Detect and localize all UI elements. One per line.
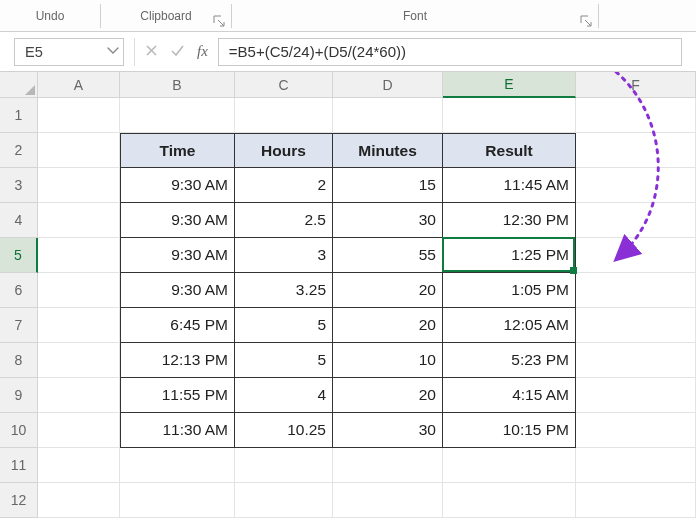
row-header-6[interactable]: 6	[0, 273, 38, 308]
table-cell[interactable]: 12:13 PM	[120, 343, 235, 378]
row-header-7[interactable]: 7	[0, 308, 38, 343]
cell[interactable]	[120, 448, 235, 483]
table-cell[interactable]: 3.25	[235, 273, 333, 308]
cell[interactable]	[38, 238, 120, 273]
table-cell[interactable]: 9:30 AM	[120, 203, 235, 238]
row-header-2[interactable]: 2	[0, 133, 38, 168]
table-cell[interactable]: 55	[333, 238, 443, 273]
cell[interactable]	[333, 483, 443, 518]
table-cell[interactable]: 5:23 PM	[443, 343, 576, 378]
formula-input[interactable]: =B5+(C5/24)+(D5/(24*60))	[218, 38, 682, 66]
column-header-A[interactable]: A	[38, 72, 120, 98]
column-header-B[interactable]: B	[120, 72, 235, 98]
row-header-8[interactable]: 8	[0, 343, 38, 378]
cell[interactable]	[443, 98, 576, 133]
row-header-1[interactable]: 1	[0, 98, 38, 133]
cell[interactable]	[38, 448, 120, 483]
table-cell[interactable]: 1:25 PM	[443, 238, 576, 273]
table-cell[interactable]: 10.25	[235, 413, 333, 448]
cell[interactable]	[38, 203, 120, 238]
table-cell[interactable]: 10:15 PM	[443, 413, 576, 448]
table-cell[interactable]: 20	[333, 308, 443, 343]
table-cell[interactable]: 4	[235, 378, 333, 413]
row-header-5[interactable]: 5	[0, 238, 38, 273]
row-header-4[interactable]: 4	[0, 203, 38, 238]
table-cell[interactable]: 20	[333, 378, 443, 413]
table-cell[interactable]: 12:05 AM	[443, 308, 576, 343]
cell[interactable]	[576, 98, 696, 133]
cell[interactable]	[576, 203, 696, 238]
cancel-icon[interactable]	[145, 44, 158, 60]
cell[interactable]	[235, 448, 333, 483]
row-header-11[interactable]: 11	[0, 448, 38, 483]
dialog-launcher-icon[interactable]	[580, 15, 592, 27]
table-cell[interactable]: 30	[333, 413, 443, 448]
cell[interactable]	[576, 483, 696, 518]
table-cell[interactable]: 4:15 AM	[443, 378, 576, 413]
cell[interactable]	[333, 448, 443, 483]
cell[interactable]	[38, 308, 120, 343]
cell[interactable]	[120, 98, 235, 133]
table-cell[interactable]: 10	[333, 343, 443, 378]
table-header-time[interactable]: Time	[120, 133, 235, 168]
cell[interactable]	[38, 378, 120, 413]
select-all-button[interactable]	[0, 72, 38, 98]
cell[interactable]	[576, 343, 696, 378]
cell[interactable]	[38, 168, 120, 203]
fx-icon[interactable]: fx	[197, 43, 208, 60]
cell[interactable]	[576, 238, 696, 273]
column-header-C[interactable]: C	[235, 72, 333, 98]
cell[interactable]	[38, 133, 120, 168]
cell[interactable]	[576, 448, 696, 483]
table-cell[interactable]: 9:30 AM	[120, 238, 235, 273]
table-header-result[interactable]: Result	[443, 133, 576, 168]
table-header-hours[interactable]: Hours	[235, 133, 333, 168]
table-header-minutes[interactable]: Minutes	[333, 133, 443, 168]
column-header-D[interactable]: D	[333, 72, 443, 98]
table-cell[interactable]: 2.5	[235, 203, 333, 238]
row-header-12[interactable]: 12	[0, 483, 38, 518]
table-cell[interactable]: 20	[333, 273, 443, 308]
row-header-3[interactable]: 3	[0, 168, 38, 203]
cells-area[interactable]: TimeHoursMinutesResult9:30 AM21511:45 AM…	[38, 98, 696, 518]
column-header-E[interactable]: E	[443, 72, 576, 98]
table-cell[interactable]: 1:05 PM	[443, 273, 576, 308]
cell[interactable]	[38, 343, 120, 378]
table-cell[interactable]: 2	[235, 168, 333, 203]
cell[interactable]	[235, 98, 333, 133]
cell[interactable]	[576, 308, 696, 343]
table-cell[interactable]: 30	[333, 203, 443, 238]
check-icon[interactable]	[170, 44, 185, 60]
table-cell[interactable]: 12:30 PM	[443, 203, 576, 238]
table-cell[interactable]: 15	[333, 168, 443, 203]
cell[interactable]	[443, 483, 576, 518]
cell[interactable]	[120, 483, 235, 518]
dialog-launcher-icon[interactable]	[213, 15, 225, 27]
cell[interactable]	[576, 168, 696, 203]
cell[interactable]	[38, 273, 120, 308]
cell[interactable]	[576, 378, 696, 413]
chevron-down-icon[interactable]	[107, 44, 119, 60]
table-cell[interactable]: 9:30 AM	[120, 273, 235, 308]
cell[interactable]	[235, 483, 333, 518]
table-cell[interactable]: 3	[235, 238, 333, 273]
row-header-10[interactable]: 10	[0, 413, 38, 448]
cell[interactable]	[333, 98, 443, 133]
cell[interactable]	[443, 448, 576, 483]
name-box[interactable]: E5	[14, 38, 124, 66]
table-cell[interactable]: 9:30 AM	[120, 168, 235, 203]
table-cell[interactable]: 11:45 AM	[443, 168, 576, 203]
cell[interactable]	[38, 413, 120, 448]
grid[interactable]: ABCDEF 123456789101112 TimeHoursMinutesR…	[0, 72, 696, 530]
column-header-F[interactable]: F	[576, 72, 696, 98]
cell[interactable]	[576, 133, 696, 168]
cell[interactable]	[38, 483, 120, 518]
cell[interactable]	[38, 98, 120, 133]
table-cell[interactable]: 6:45 PM	[120, 308, 235, 343]
table-cell[interactable]: 5	[235, 308, 333, 343]
cell[interactable]	[576, 273, 696, 308]
table-cell[interactable]: 11:55 PM	[120, 378, 235, 413]
table-cell[interactable]: 11:30 AM	[120, 413, 235, 448]
table-cell[interactable]: 5	[235, 343, 333, 378]
cell[interactable]	[576, 413, 696, 448]
